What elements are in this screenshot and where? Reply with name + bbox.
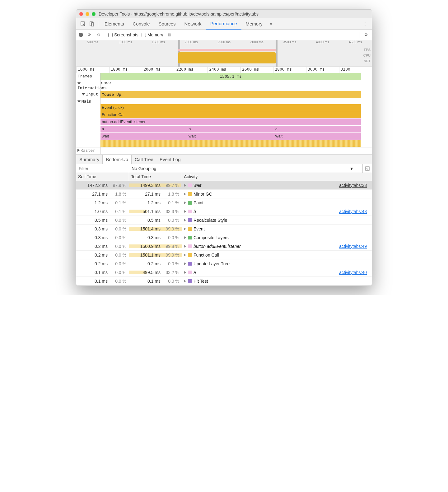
table-row[interactable]: 0.5 ms0.0 %0.5 ms0.0 %Recalculate Style [76, 216, 372, 225]
activity-swatch-icon [188, 244, 192, 248]
expand-icon[interactable] [184, 253, 186, 257]
raster-track-label[interactable]: Raster [76, 147, 100, 154]
overview-handle-right[interactable] [276, 40, 278, 67]
activity-name: Function Call [194, 253, 219, 258]
record-icon[interactable] [79, 33, 83, 37]
activity-name: Recalculate Style [194, 218, 227, 223]
activity-swatch-icon [188, 201, 192, 205]
timeline-panel[interactable]: 1600 ms1800 ms2000 ms2200 ms2400 ms2600 … [76, 67, 372, 155]
table-row[interactable]: 1.0 ms0.1 %501.1 ms33.3 %bactivitytabs:4… [76, 207, 372, 216]
activity-swatch-icon [188, 227, 192, 231]
device-icon[interactable] [87, 20, 96, 28]
activity-swatch-icon [188, 271, 192, 274]
overview-panel[interactable]: 500 ms1000 ms1500 ms2000 ms2500 ms3000 m… [76, 40, 372, 67]
perf-toolbar: ⟳ ⊘ Screenshots Memory 🗑 ⚙ [76, 30, 372, 40]
expand-icon[interactable] [184, 184, 186, 187]
activity-name: Hit Test [194, 279, 208, 284]
table-row[interactable]: 0.2 ms0.0 %0.2 ms0.0 %Update Layer Tree [76, 259, 372, 268]
main-track-label[interactable]: Main [76, 98, 100, 104]
source-link[interactable]: activitytabs:49 [339, 244, 367, 249]
table-row[interactable]: 1.2 ms0.1 %1.2 ms0.1 %Paint [76, 198, 372, 207]
table-row[interactable]: 1472.2 ms97.9 %1499.3 ms99.7 %waitactivi… [76, 181, 372, 190]
frame-block[interactable]: 1505.1 ms [100, 73, 361, 80]
btab-event-log[interactable]: Event Log [156, 155, 184, 164]
btab-call-tree[interactable]: Call Tree [132, 155, 156, 164]
svg-rect-3 [366, 167, 369, 170]
collapse-icon[interactable] [362, 164, 372, 173]
activity-name: b [194, 209, 196, 214]
frames-track-label[interactable]: Frames [76, 73, 100, 80]
table-row[interactable]: 0.3 ms0.0 %1501.4 ms99.9 %Event [76, 225, 372, 233]
expand-icon[interactable] [184, 280, 186, 283]
expand-icon[interactable] [184, 201, 186, 204]
expand-icon[interactable] [184, 236, 186, 239]
tab-memory[interactable]: Memory [241, 18, 267, 30]
tab-console[interactable]: Console [128, 18, 154, 30]
kebab-icon[interactable]: ⋮ [361, 20, 369, 28]
screenshots-checkbox[interactable]: Screenshots [108, 32, 138, 37]
col-self-time[interactable]: Self Time [76, 173, 129, 181]
activity-swatch-icon [188, 192, 192, 196]
expand-icon[interactable] [184, 262, 186, 265]
clear-icon[interactable]: ⊘ [96, 32, 102, 37]
expand-icon[interactable] [184, 227, 186, 230]
flame-chart[interactable]: Event (click) Function Call button.addEv… [76, 104, 372, 147]
source-link[interactable]: activitytabs:40 [339, 270, 367, 275]
activity-name: a [194, 270, 196, 275]
table-row[interactable]: 0.1 ms0.0 %0.1 ms0.0 %Hit Test [76, 277, 372, 285]
source-link[interactable]: activitytabs:33 [339, 183, 367, 188]
activity-swatch-icon [188, 218, 192, 222]
activity-swatch-icon [188, 253, 192, 257]
col-activity[interactable]: Activity [182, 173, 372, 181]
activity-name: button.addEventListener [194, 244, 241, 249]
activity-name: Event [194, 226, 205, 231]
grouping-select[interactable]: No Grouping▼ [129, 164, 362, 173]
net-label: NET [363, 58, 371, 64]
table-row[interactable]: 0.1 ms0.0 %499.5 ms33.2 %aactivitytabs:4… [76, 268, 372, 277]
table-header[interactable]: Self Time Total Time Activity [76, 173, 372, 181]
main-tabbar: ElementsConsoleSourcesNetworkPerformance… [76, 18, 372, 30]
source-link[interactable]: activitytabs:43 [339, 209, 367, 214]
bottom-tabbar: SummaryBottom-UpCall TreeEvent Log [76, 155, 372, 164]
activity-name: Paint [194, 200, 203, 205]
col-total-time[interactable]: Total Time [129, 173, 182, 181]
more-tabs-icon[interactable]: » [267, 20, 276, 28]
btab-summary[interactable]: Summary [76, 155, 102, 164]
interactions-track-label[interactable]: Interactions [76, 80, 100, 91]
cpu-label: CPU [363, 53, 371, 58]
devtools-window: Developer Tools - https://googlechrome.g… [76, 9, 372, 286]
activity-swatch-icon [188, 210, 192, 213]
activity-name: wait [194, 183, 201, 188]
tab-sources[interactable]: Sources [154, 18, 180, 30]
table-row[interactable]: 0.2 ms0.0 %1501.1 ms99.9 %Function Call [76, 251, 372, 259]
expand-icon[interactable] [184, 210, 186, 213]
zoom-icon[interactable] [92, 12, 96, 16]
memory-checkbox[interactable]: Memory [142, 32, 163, 37]
input-track-label[interactable]: Input [76, 91, 100, 98]
tab-performance[interactable]: Performance [206, 18, 241, 30]
tab-network[interactable]: Network [180, 18, 206, 30]
input-block[interactable]: Mouse Up [100, 91, 361, 98]
expand-icon[interactable] [184, 193, 186, 196]
table-row[interactable]: 0.3 ms0.0 %0.3 ms0.0 %Composite Layers [76, 233, 372, 242]
table-row[interactable]: 0.2 ms0.0 %1500.9 ms99.8 %button.addEven… [76, 242, 372, 251]
fps-label: FPS [363, 47, 371, 53]
activity-name: Composite Layers [194, 235, 229, 240]
btab-bottom-up[interactable]: Bottom-Up [102, 155, 132, 164]
filter-input[interactable] [76, 164, 129, 173]
gear-icon[interactable]: ⚙ [363, 32, 369, 37]
activity-swatch-icon [188, 262, 192, 266]
trash-icon[interactable]: 🗑 [166, 32, 172, 37]
activity-name: Update Layer Tree [194, 261, 230, 266]
filter-row: No Grouping▼ [76, 164, 372, 173]
close-icon[interactable] [79, 12, 83, 16]
table-row[interactable]: 27.1 ms1.8 %27.1 ms1.8 %Minor GC [76, 190, 372, 198]
inspect-icon[interactable] [79, 20, 87, 28]
tab-elements[interactable]: Elements [100, 18, 128, 30]
expand-icon[interactable] [184, 245, 186, 248]
reload-icon[interactable]: ⟳ [86, 32, 92, 37]
titlebar[interactable]: Developer Tools - https://googlechrome.g… [76, 10, 372, 18]
expand-icon[interactable] [184, 219, 186, 222]
expand-icon[interactable] [184, 271, 186, 274]
minimize-icon[interactable] [86, 12, 89, 16]
